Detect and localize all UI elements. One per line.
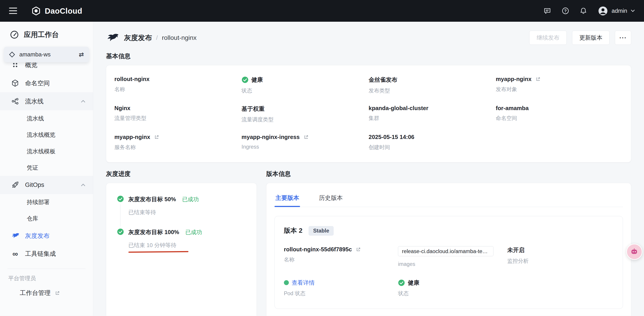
sidebar-item-workbench-home[interactable]: 应用工作台 bbox=[0, 22, 93, 46]
sidebar-item-canary-release[interactable]: 灰度发布 bbox=[0, 227, 93, 245]
stable-badge: Stable bbox=[308, 226, 334, 236]
version-detail-card: 版本 2 Stable rollout-nginx-55d6f7895c 名称 bbox=[274, 216, 623, 309]
chevron-down-icon bbox=[630, 9, 635, 12]
update-version-button[interactable]: 更新版本 bbox=[572, 31, 610, 44]
page-header: 灰度发布 / rollout-nginx 继续发布 更新版本 ··· bbox=[106, 28, 631, 47]
external-link-icon bbox=[154, 135, 159, 140]
sidebar-item-label: 灰度发布 bbox=[25, 232, 50, 240]
field-ingress: myapp-nginx-ingress Ingress bbox=[242, 134, 368, 151]
progress-card: 灰度发布目标 50% 已成功 已结束等待 灰度发布目标 100% 已成功 已结束… bbox=[106, 183, 257, 316]
workspace-name: amamba-ws bbox=[19, 51, 51, 58]
field-empty bbox=[496, 134, 623, 151]
help-icon[interactable]: ? bbox=[562, 7, 570, 15]
notification-bell-icon[interactable] bbox=[580, 7, 587, 15]
sidebar-item-repository[interactable]: 仓库 bbox=[0, 210, 93, 227]
infinity-icon: ∞ bbox=[11, 250, 20, 258]
external-link-icon bbox=[304, 135, 309, 140]
rocket-icon bbox=[11, 181, 20, 189]
step-detail: 已结束 10 分钟等待 bbox=[128, 241, 246, 249]
tab-history-version[interactable]: 历史版本 bbox=[318, 190, 344, 207]
check-circle-icon bbox=[242, 76, 248, 83]
avatar bbox=[598, 5, 608, 16]
field-status: 健康 状态 bbox=[242, 76, 368, 94]
step-name: 灰度发布目标 100% bbox=[128, 228, 179, 236]
field-name: rollout-nginx 名称 bbox=[114, 76, 242, 94]
field-replicaset-name: rollout-nginx-55d6f7895c 名称 bbox=[284, 246, 398, 267]
sidebar-item-pipeline-overview[interactable]: 流水线概览 bbox=[0, 127, 93, 143]
breadcrumb-current: rollout-nginx bbox=[162, 34, 196, 41]
external-link-icon bbox=[356, 247, 361, 252]
continue-release-button[interactable]: 继续发布 bbox=[529, 31, 567, 44]
green-status-dot bbox=[284, 280, 289, 285]
field-release-type: 金丝雀发布 发布类型 bbox=[368, 76, 496, 94]
daocloud-logo-icon bbox=[31, 6, 41, 16]
field-release-target: myapp-nginx 发布对象 bbox=[496, 76, 623, 94]
breadcrumb-root[interactable]: 灰度发布 bbox=[124, 33, 152, 42]
basic-info-title: 基本信息 bbox=[106, 52, 631, 60]
username: admin bbox=[612, 7, 627, 14]
tab-main-version[interactable]: 主要版本 bbox=[274, 190, 300, 207]
app-root: DaoCloud ? admin 应用工作台 bbox=[0, 0, 644, 316]
sidebar-item-toolchain[interactable]: ∞ 工具链集成 bbox=[0, 245, 93, 263]
brand-logo[interactable]: DaoCloud bbox=[31, 6, 82, 16]
workspace-selector[interactable]: amamba-ws ⇄ bbox=[4, 47, 89, 62]
step-connector bbox=[120, 204, 120, 226]
breadcrumb-separator: / bbox=[156, 34, 158, 41]
field-traffic-schedule-type: 基于权重 流量调度类型 bbox=[242, 105, 368, 123]
assistant-robot-icon bbox=[630, 248, 638, 256]
field-empty bbox=[507, 279, 614, 297]
images-value-box[interactable]: release-ci.daocloud.io/amamba-test... bbox=[398, 246, 493, 256]
workbench-gauge-icon bbox=[10, 30, 19, 39]
field-created-time: 2025-05-15 14:06 创建时间 bbox=[368, 134, 496, 151]
workspace-diamond-icon bbox=[9, 51, 15, 57]
sidebar-item-workbench-admin[interactable]: 工作台管理 bbox=[0, 285, 93, 302]
sidebar-group-gitops[interactable]: GitOps bbox=[0, 176, 93, 194]
field-namespace: for-amamba 命名空间 bbox=[496, 105, 623, 123]
svg-text:?: ? bbox=[564, 8, 566, 13]
message-icon[interactable] bbox=[544, 7, 551, 15]
sidebar-item-label: 概览 bbox=[25, 61, 38, 69]
field-traffic-mgmt-type: Nginx 流量管理类型 bbox=[114, 105, 242, 123]
workspace-switch-icon[interactable]: ⇄ bbox=[79, 51, 84, 58]
floating-assistant-button[interactable] bbox=[626, 244, 642, 260]
brand-name: DaoCloud bbox=[45, 6, 82, 15]
canary-bird-icon bbox=[106, 32, 119, 43]
sidebar-item-continuous-deploy[interactable]: 持续部署 bbox=[0, 194, 93, 210]
sidebar-item-label: 工具链集成 bbox=[25, 250, 56, 258]
product-title: 应用工作台 bbox=[24, 30, 59, 39]
user-menu[interactable]: admin bbox=[598, 5, 635, 16]
hand-drawn-underline bbox=[128, 251, 188, 253]
sidebar-group-pipeline[interactable]: 流水线 bbox=[0, 92, 93, 110]
view-details-link[interactable]: 查看详情 bbox=[292, 279, 315, 287]
field-pod-status: 查看详情 Pod 状态 bbox=[284, 279, 398, 297]
field-health-status: 健康 状态 bbox=[398, 279, 507, 297]
main-content: 灰度发布 / rollout-nginx 继续发布 更新版本 ··· 基本信息 … bbox=[93, 22, 644, 316]
version-info-card: 主要版本 历史版本 版本 2 Stable rollout-nginx-55d6… bbox=[266, 183, 632, 316]
sidebar-group-label: GitOps bbox=[25, 181, 44, 188]
step-status: 已成功 bbox=[182, 196, 199, 203]
chevron-up-icon bbox=[81, 183, 86, 187]
more-actions-button[interactable]: ··· bbox=[615, 31, 631, 44]
step-status: 已成功 bbox=[185, 228, 202, 236]
field-cluster: kpanda-global-cluster 集群 bbox=[368, 105, 496, 123]
sidebar-group-label: 流水线 bbox=[25, 97, 44, 105]
hamburger-menu-icon[interactable] bbox=[9, 7, 17, 14]
external-link-icon bbox=[55, 291, 60, 296]
namespace-cube-icon bbox=[11, 79, 20, 88]
overview-grid-icon bbox=[11, 61, 20, 69]
check-circle-icon bbox=[117, 228, 124, 235]
step-name: 灰度发布目标 50% bbox=[128, 195, 176, 203]
external-link-icon bbox=[535, 77, 541, 82]
version-tabs: 主要版本 历史版本 bbox=[274, 190, 623, 207]
sidebar-item-label: 工作台管理 bbox=[20, 289, 50, 297]
field-monitor-analysis: 未开启 监控分析 bbox=[507, 246, 614, 267]
sidebar-item-pipeline-template[interactable]: 流水线模板 bbox=[0, 143, 93, 159]
sidebar-section-platform-admin: 平台管理员 bbox=[8, 269, 86, 285]
step-detail: 已结束等待 bbox=[128, 209, 246, 216]
sidebar-item-pipeline[interactable]: 流水线 bbox=[0, 110, 93, 127]
sidebar-item-namespace[interactable]: 命名空间 bbox=[0, 74, 93, 92]
sidebar-item-credentials[interactable]: 凭证 bbox=[0, 159, 93, 176]
check-circle-icon bbox=[398, 279, 405, 286]
basic-info-card: rollout-nginx 名称 健康 状态 金丝雀发布 发布类型 my bbox=[106, 65, 631, 162]
field-images: release-ci.daocloud.io/amamba-test... im… bbox=[398, 246, 507, 267]
